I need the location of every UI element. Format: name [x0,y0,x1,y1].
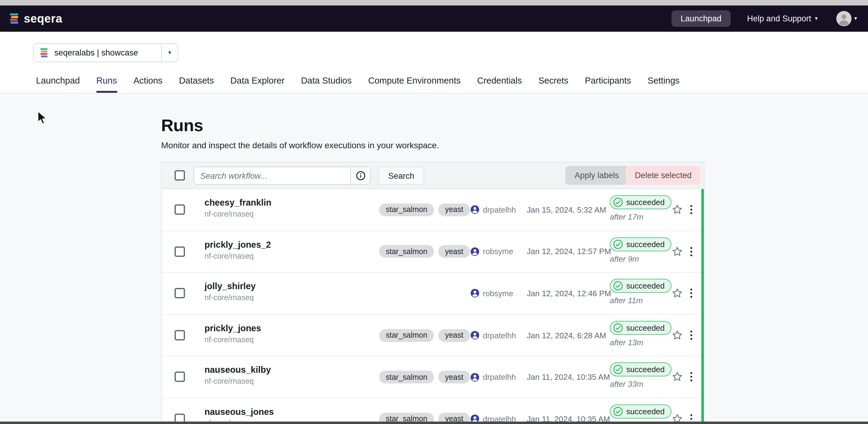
table-row[interactable]: jolly_shirley nf-core/rnaseq robsyme Jan… [162,273,704,315]
tab-data-studios[interactable]: Data Studios [301,76,351,93]
run-pipeline: nf-core/rnaseq [205,252,271,260]
help-and-support-menu[interactable]: Help and Support ▾ [747,14,818,23]
run-name[interactable]: prickly_jones_2 [205,239,271,249]
tab-runs[interactable]: Runs [96,76,117,93]
status-badge: succeeded [610,321,672,335]
check-circle-icon [613,239,623,249]
kebab-menu-icon[interactable] [689,287,693,299]
tab-datasets[interactable]: Datasets [179,76,214,93]
run-label-pill: yeast [438,245,470,258]
tab-credentials[interactable]: Credentials [477,76,522,93]
run-pipeline: nf-core/rnaseq [205,293,256,302]
star-icon[interactable] [672,329,683,341]
page-subtitle: Monitor and inspect the details of workf… [161,140,439,150]
run-name[interactable]: jolly_shirley [205,281,256,291]
workspace-selector[interactable]: seqeralabs | showcase ▾ [33,43,178,62]
table-row[interactable]: prickly_jones_2 nf-core/rnaseq star_salm… [162,231,704,273]
run-name[interactable]: nauseous_jones [205,407,274,417]
avatar [837,11,852,26]
check-circle-icon [613,281,623,291]
seqera-brand[interactable]: seqera [9,12,62,25]
run-user: drpatelhh [483,331,516,340]
status-label: succeeded [626,323,665,332]
run-user: drpatelhh [483,205,516,215]
run-date: Jan 15, 2024, 5:32 AM [527,205,606,215]
brand-name: seqera [24,12,62,25]
run-labels: star_salmonyeast [379,329,470,341]
run-duration: after 9m [610,254,672,263]
help-menu-label: Help and Support [747,14,811,23]
user-menu[interactable]: ▾ [837,11,857,26]
table-row[interactable]: nauseous_jones nf-core/rnaseq star_salmo… [162,398,704,424]
tab-launchpad[interactable]: Launchpad [36,76,80,93]
apply-labels-button[interactable]: Apply labels [565,166,628,185]
run-date: Jan 12, 2024, 12:46 PM [527,289,611,298]
select-all-checkbox[interactable] [175,170,185,181]
row-checkbox[interactable] [175,246,185,257]
workspace-selector-main[interactable]: seqeralabs | showcase [34,44,161,62]
star-icon[interactable] [672,371,683,383]
tab-data-explorer[interactable]: Data Explorer [230,76,284,93]
run-label-pill: yeast [438,329,470,341]
page-title: Runs [161,116,203,135]
row-checkbox[interactable] [175,372,185,382]
run-labels: star_salmonyeast [379,203,470,216]
status-label: succeeded [626,407,665,416]
table-row[interactable]: cheesy_franklin nf-core/rnaseq star_salm… [162,189,704,231]
check-circle-icon [613,364,623,375]
info-icon[interactable] [350,167,370,184]
table-row[interactable]: prickly_jones nf-core/rnaseq star_salmon… [162,315,704,357]
kebab-menu-icon[interactable] [689,371,693,383]
launchpad-button[interactable]: Launchpad [672,10,731,27]
star-icon[interactable] [672,204,683,215]
row-checkbox[interactable] [175,330,185,340]
search-button[interactable]: Search [378,167,424,185]
run-duration: after 33m [610,380,672,389]
window-top-edge [0,0,868,5]
user-avatar-icon [471,248,479,256]
tab-compute-environments[interactable]: Compute Environments [368,76,461,93]
run-date: Jan 12, 2024, 12:57 PM [527,247,611,256]
user-avatar-icon [471,373,479,381]
status-badge: succeeded [610,237,672,251]
kebab-menu-icon[interactable] [689,246,693,257]
tab-participants[interactable]: Participants [585,76,631,93]
run-name[interactable]: prickly_jones [205,323,261,333]
tab-settings[interactable]: Settings [648,76,680,93]
kebab-menu-icon[interactable] [689,204,693,215]
table-row[interactable]: nauseous_kilby nf-core/rnaseq star_salmo… [162,357,704,398]
run-label-pill: star_salmon [379,203,434,216]
run-user: robsyme [483,247,513,256]
run-pipeline: nf-core/rnaseq [205,377,271,386]
user-avatar-icon [471,205,479,214]
run-user: drpatelhh [483,372,516,382]
row-checkbox[interactable] [175,204,185,215]
search-input[interactable] [194,167,350,184]
tab-secrets[interactable]: Secrets [538,76,568,93]
star-icon[interactable] [672,246,683,257]
workspace-dropdown-toggle[interactable]: ▾ [161,44,178,62]
runs-toolbar: Search Apply labels Delete selected [162,162,704,189]
check-circle-icon [613,323,623,333]
star-icon[interactable] [672,287,683,299]
row-checkbox[interactable] [175,288,185,298]
run-pipeline: nf-core/rnaseq [205,210,271,219]
status-label: succeeded [626,239,665,249]
workspace-name: seqeralabs | showcase [54,48,138,57]
user-avatar-icon [471,289,479,298]
kebab-menu-icon[interactable] [689,329,693,341]
run-label-pill: star_salmon [379,245,434,258]
tabs: LaunchpadRunsActionsDatasetsData Explore… [36,76,680,93]
chevron-down-icon: ▾ [854,16,857,21]
delete-selected-button[interactable]: Delete selected [626,166,701,185]
workspace-org-icon [40,48,49,57]
run-label-pill: yeast [438,203,470,216]
run-name[interactable]: cheesy_franklin [205,198,271,207]
user-avatar-icon [471,331,479,339]
chevron-down-icon: ▾ [168,50,171,56]
tab-actions[interactable]: Actions [133,76,162,93]
check-circle-icon [613,197,623,207]
status-badge: succeeded [610,279,672,293]
run-name[interactable]: nauseous_kilby [205,365,271,375]
run-date: Jan 12, 2024, 6:28 AM [527,331,606,340]
